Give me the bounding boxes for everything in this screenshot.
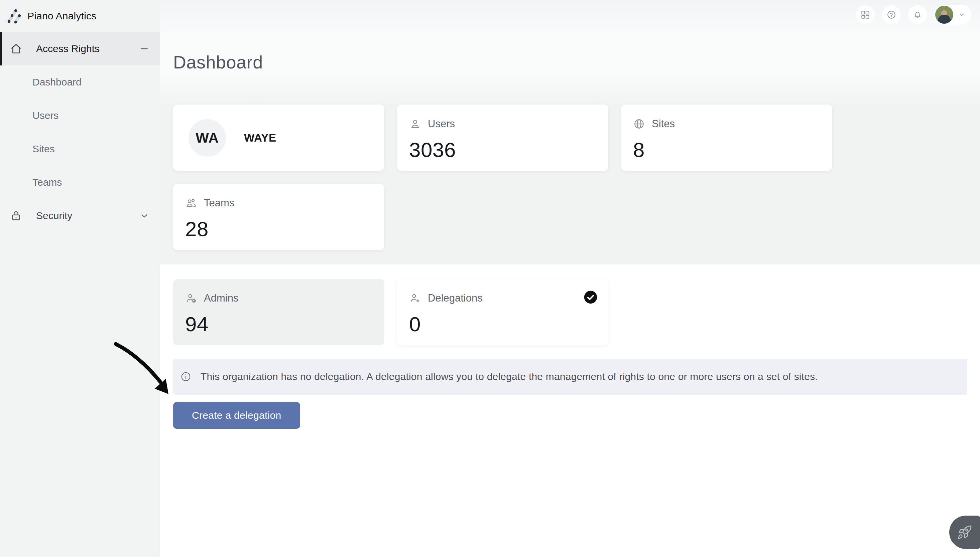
rocket-icon (957, 524, 972, 540)
stat-label: Users (428, 118, 455, 130)
no-delegation-banner: This organization has no delegation. A d… (173, 358, 967, 395)
chevron-down-icon[interactable] (139, 210, 150, 221)
sidebar-section-security[interactable]: Security (0, 199, 160, 233)
home-icon (10, 43, 22, 55)
quick-launch-button[interactable] (949, 516, 980, 549)
stat-value: 0 (409, 312, 596, 336)
notifications-button[interactable] (908, 5, 927, 24)
user-gear-icon (185, 292, 197, 304)
app-name: Piano Analytics (28, 10, 96, 22)
organization-avatar: WA (188, 119, 226, 156)
admins-stat-card: Admins 94 (173, 279, 384, 345)
organization-card: WA WAYE (173, 104, 384, 171)
teams-stat-card: Teams 28 (173, 184, 384, 250)
sidebar-item-sites[interactable]: Sites (0, 132, 160, 166)
sidebar-item-dashboard[interactable]: Dashboard (0, 65, 160, 99)
delegations-stat-card: Delegations 0 (397, 279, 608, 345)
users-stat-card: Users 3036 (397, 104, 608, 171)
sidebar: Piano Analytics Access Rights Dashboard … (0, 0, 160, 557)
help-icon (887, 10, 897, 20)
create-delegation-button[interactable]: Create a delegation (173, 402, 300, 429)
sidebar-item-teams[interactable]: Teams (0, 166, 160, 199)
user-avatar (935, 6, 953, 24)
lock-icon (10, 210, 22, 222)
overview-cards: WA WAYE Users 3036 (173, 104, 835, 250)
sidebar-section-label: Access Rights (36, 43, 139, 54)
help-button[interactable] (882, 5, 901, 24)
bell-icon (913, 10, 923, 20)
account-menu[interactable] (934, 5, 971, 25)
sidebar-item-users[interactable]: Users (0, 99, 160, 132)
stat-label: Sites (652, 118, 675, 130)
stat-label: Delegations (428, 292, 483, 304)
stat-value: 8 (633, 138, 820, 161)
check-circle-icon (583, 290, 598, 304)
sidebar-nav: Access Rights Dashboard Users Sites Team… (0, 32, 160, 233)
sidebar-section-access-rights[interactable]: Access Rights (0, 32, 160, 65)
info-icon (180, 371, 191, 382)
sites-stat-card: Sites 8 (621, 104, 832, 171)
app-logo[interactable]: Piano Analytics (0, 0, 160, 32)
sidebar-section-label: Security (36, 210, 139, 221)
main-area: Dashboard WA WAYE Users 3036 (160, 0, 980, 557)
stat-value: 28 (185, 217, 372, 241)
topbar-actions (856, 5, 971, 25)
organization-name: WAYE (244, 132, 276, 144)
stat-value: 3036 (409, 138, 596, 161)
stat-value: 94 (185, 312, 372, 336)
user-icon (409, 118, 421, 130)
users-icon (185, 197, 197, 209)
piano-analytics-logo-icon (7, 8, 22, 24)
apps-grid-button[interactable] (856, 5, 875, 24)
apps-grid-icon (860, 10, 871, 20)
banner-text: This organization has no delegation. A d… (201, 371, 818, 382)
rights-cards: Admins 94 Delegations (173, 279, 980, 345)
collapse-minus-icon[interactable] (139, 43, 150, 54)
user-star-icon (409, 292, 421, 304)
stat-label: Teams (204, 197, 234, 209)
chevron-down-icon (957, 10, 966, 19)
globe-icon (633, 118, 645, 130)
page-content: Dashboard WA WAYE Users 3036 (160, 0, 980, 429)
stat-label: Admins (204, 292, 238, 304)
